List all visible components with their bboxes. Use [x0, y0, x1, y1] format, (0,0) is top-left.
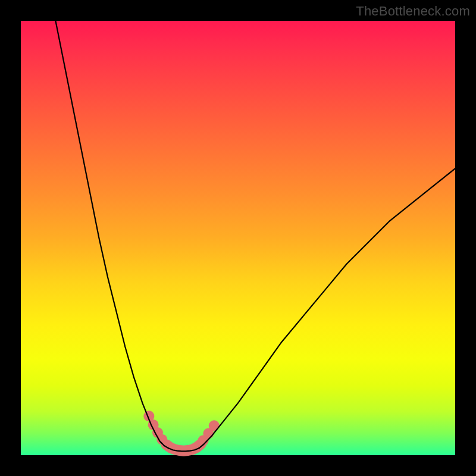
outer-frame: TheBottleneck.com — [0, 0, 476, 476]
chart-svg — [21, 21, 455, 455]
plot-area — [21, 21, 455, 455]
watermark-text: TheBottleneck.com — [356, 4, 470, 19]
chart-layer-8 — [55, 21, 168, 448]
chart-layer-7 — [209, 420, 220, 431]
chart-layer-10 — [199, 168, 455, 448]
